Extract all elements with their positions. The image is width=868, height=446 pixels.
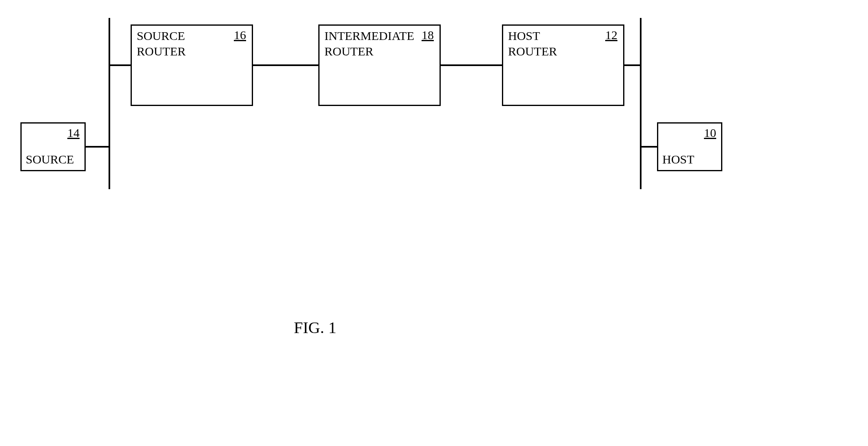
node-host-router: HOST ROUTER 12 xyxy=(502,24,624,106)
link-sourcerouter-to-intermediate xyxy=(253,64,318,66)
node-intermediate-router-label: INTERMEDIATE ROUTER xyxy=(324,28,414,59)
node-intermediate-router: INTERMEDIATE ROUTER 18 xyxy=(318,24,441,106)
node-host-router-ref: 12 xyxy=(605,28,617,42)
link-bus-to-source-router xyxy=(109,64,131,66)
node-host-label: HOST xyxy=(662,152,694,167)
figure-caption: FIG. 1 xyxy=(294,318,336,337)
node-source: 14 SOURCE xyxy=(20,122,86,171)
node-host: 10 HOST xyxy=(657,122,722,171)
node-source-ref: 14 xyxy=(67,126,80,140)
node-host-ref: 10 xyxy=(704,126,716,140)
node-source-router-label: SOURCE ROUTER xyxy=(137,28,186,59)
diagram-canvas: 14 SOURCE SOURCE ROUTER 16 INTERMEDIATE … xyxy=(0,0,868,446)
node-intermediate-router-ref: 18 xyxy=(422,28,434,42)
link-source-to-bus xyxy=(86,146,109,148)
bus-left xyxy=(109,18,110,189)
link-bus-to-host xyxy=(641,146,657,148)
bus-right xyxy=(640,18,642,189)
link-intermediate-to-hostrouter xyxy=(441,64,502,66)
link-hostrouter-to-bus xyxy=(624,64,641,66)
node-source-router-ref: 16 xyxy=(234,28,246,42)
node-host-router-label: HOST ROUTER xyxy=(508,28,557,59)
node-source-router: SOURCE ROUTER 16 xyxy=(131,24,253,106)
node-source-label: SOURCE xyxy=(26,152,74,167)
